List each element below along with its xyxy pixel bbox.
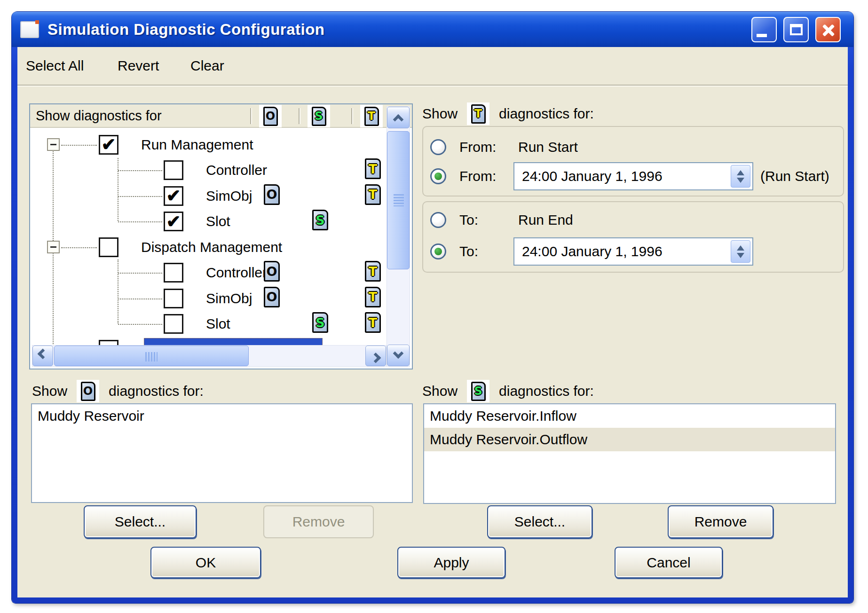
checked-checkbox[interactable]: ✔ [99, 135, 118, 155]
object-listbox[interactable]: Muddy Reservoir [31, 403, 413, 503]
scroll-down-button[interactable] [387, 345, 410, 366]
diagnostic-T-icon[interactable]: T [365, 312, 381, 333]
timestep-icon: T [467, 102, 489, 125]
ok-button[interactable]: OK [150, 547, 261, 578]
tree-row-run-management[interactable]: ✔Run Management [31, 132, 387, 157]
slot-panel-label: Show S diagnostics for: [422, 379, 594, 403]
tree-row-label: Dispatch Management [141, 239, 282, 255]
menu-item-select-all[interactable]: Select All [26, 47, 84, 85]
unchecked-checkbox[interactable] [164, 160, 183, 180]
diagnostic-T-icon[interactable]: T [365, 184, 381, 205]
tree-row-controller[interactable]: ControllerOT [31, 260, 387, 286]
tree-row-simobj[interactable]: SimObjOT [31, 285, 387, 311]
menu-item-clear[interactable]: Clear [190, 47, 224, 85]
vertical-scroll-thumb[interactable] [387, 131, 410, 269]
spin-up-icon[interactable] [737, 245, 744, 251]
from-date-radio[interactable] [430, 168, 446, 184]
show-label: Show [32, 383, 67, 399]
diagnostics-for-label: diagnostics for: [499, 106, 594, 122]
diagnostic-T-icon[interactable]: T [365, 287, 381, 307]
tree-guide-line [118, 324, 162, 325]
spin-down-icon[interactable] [737, 253, 744, 258]
to-group: To: Run End To: 24:00 January 1, 1996 [422, 201, 844, 273]
tree-row-dispatch-management[interactable]: Dispatch Management [31, 234, 387, 260]
tree-guide-line [118, 273, 162, 274]
chevron-up-icon [393, 114, 404, 125]
list-item[interactable]: Muddy Reservoir.Inflow [424, 404, 835, 428]
app-icon [20, 21, 39, 38]
column-slot-icon: S [308, 105, 330, 127]
diagnostic-O-icon[interactable]: O [264, 184, 280, 205]
menu-item-revert[interactable]: Revert [118, 47, 159, 85]
cancel-button[interactable]: Cancel [615, 547, 723, 578]
chevron-down-icon [393, 348, 404, 359]
from-date-spinbox[interactable]: 24:00 January 1, 1996 [513, 162, 753, 190]
scroll-right-button[interactable] [365, 346, 386, 366]
tree-row-controller[interactable]: ControllerT [31, 157, 387, 183]
close-button[interactable] [815, 17, 841, 42]
apply-button[interactable]: Apply [397, 547, 505, 578]
tree-vertical-scrollbar[interactable] [387, 106, 410, 367]
to-date-value[interactable]: 24:00 January 1, 1996 [522, 238, 663, 265]
clipped-row-checkbox[interactable] [99, 340, 118, 345]
chevron-left-icon [38, 348, 48, 359]
spin-down-icon[interactable] [737, 178, 744, 183]
tree-row-label: SimObj [206, 188, 252, 204]
spin-up-icon[interactable] [737, 170, 744, 175]
from-date-value[interactable]: 24:00 January 1, 1996 [522, 163, 663, 189]
maximize-button[interactable] [783, 17, 809, 42]
object-select-button[interactable]: Select... [84, 505, 197, 538]
unchecked-checkbox[interactable] [164, 314, 183, 334]
tree-row-label: Slot [206, 316, 230, 332]
to-date-stepper[interactable] [731, 240, 750, 263]
checked-checkbox[interactable]: ✔ [164, 212, 183, 231]
run-start-value: Run Start [518, 139, 578, 155]
expander-minus-icon[interactable] [47, 138, 60, 151]
show-label: Show [422, 106, 458, 122]
checked-checkbox[interactable]: ✔ [164, 186, 183, 206]
unchecked-checkbox[interactable] [164, 263, 183, 283]
to-date-spinbox[interactable]: 24:00 January 1, 1996 [513, 237, 753, 266]
chevron-right-icon [371, 353, 381, 363]
from-label: From: [459, 168, 496, 184]
tree-guide-line [61, 247, 97, 248]
to-date-radio[interactable] [430, 244, 446, 259]
from-label: From: [459, 139, 496, 155]
expander-minus-icon[interactable] [47, 241, 60, 253]
show-label: Show [422, 383, 458, 399]
minimize-button[interactable] [751, 17, 777, 42]
slot-remove-button[interactable]: Remove [668, 505, 773, 538]
unchecked-checkbox[interactable] [99, 237, 118, 257]
scroll-left-button[interactable] [32, 346, 53, 366]
diagnostic-T-icon[interactable]: T [365, 158, 381, 179]
window-title: Simulation Diagnostic Configuration [47, 21, 325, 39]
slot-select-button[interactable]: Select... [487, 505, 592, 538]
diagnostic-S-icon[interactable]: S [312, 210, 328, 230]
tree-horizontal-scrollbar[interactable] [32, 345, 387, 367]
slot-listbox[interactable]: Muddy Reservoir.InflowMuddy Reservoir.Ou… [423, 403, 836, 504]
to-run-end-radio[interactable] [430, 212, 446, 228]
unchecked-checkbox[interactable] [164, 289, 183, 308]
list-item[interactable]: Muddy Reservoir.Outflow [424, 428, 835, 451]
clipped-row-selection [144, 338, 323, 345]
horizontal-scroll-thumb[interactable] [54, 346, 249, 366]
diagnostic-O-icon[interactable]: O [264, 287, 280, 307]
scroll-up-button[interactable] [387, 107, 410, 128]
to-label: To: [459, 244, 478, 259]
tree-row-slot[interactable]: ✔SlotS [31, 209, 387, 235]
object-remove-button[interactable]: Remove [263, 505, 374, 538]
tree-row-simobj[interactable]: ✔SimObjOT [31, 183, 387, 209]
tree-guide-line [118, 170, 162, 171]
tree-row-slot[interactable]: SlotST [31, 311, 387, 337]
from-date-stepper[interactable] [731, 165, 750, 188]
column-timestep-icon: T [360, 105, 383, 127]
titlebar[interactable]: Simulation Diagnostic Configuration [12, 12, 853, 47]
slot-icon: S [467, 380, 489, 402]
diagnostic-S-icon[interactable]: S [312, 312, 328, 333]
column-object-icon: O [259, 105, 282, 127]
diagnostic-T-icon[interactable]: T [365, 261, 381, 282]
diagnostics-tree: Show diagnostics for O S T ✔Run Manageme… [29, 103, 413, 369]
from-run-start-radio[interactable] [430, 139, 446, 155]
diagnostic-O-icon[interactable]: O [264, 261, 280, 282]
list-item[interactable]: Muddy Reservoir [32, 404, 412, 428]
